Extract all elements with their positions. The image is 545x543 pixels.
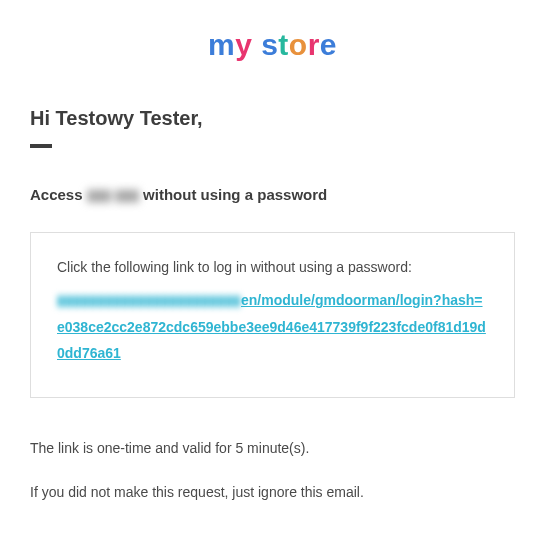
- login-link-blurred: ▮▮▮▮▮▮▮▮▮▮▮▮▮▮▮▮▮▮▮▮▮▮▮: [57, 292, 241, 308]
- store-logo: my store: [208, 28, 337, 61]
- link-box: Click the following link to log in witho…: [30, 232, 515, 398]
- subtitle-prefix: Access: [30, 186, 87, 203]
- logo-container: my store: [30, 28, 515, 62]
- link-box-intro: Click the following link to log in witho…: [57, 259, 488, 275]
- subtitle-blurred: ▮▮▮ ▮▮▮: [87, 186, 139, 204]
- greeting-text: Hi Testowy Tester,: [30, 107, 515, 130]
- subtitle-suffix: without using a password: [139, 186, 327, 203]
- ignore-text: If you did not make this request, just i…: [30, 484, 515, 500]
- subtitle-text: Access ▮▮▮ ▮▮▮ without using a password: [30, 186, 515, 204]
- login-link[interactable]: ▮▮▮▮▮▮▮▮▮▮▮▮▮▮▮▮▮▮▮▮▮▮▮en/module/gmdoorm…: [57, 287, 488, 367]
- validity-text: The link is one-time and valid for 5 min…: [30, 440, 515, 456]
- divider-line: [30, 144, 52, 148]
